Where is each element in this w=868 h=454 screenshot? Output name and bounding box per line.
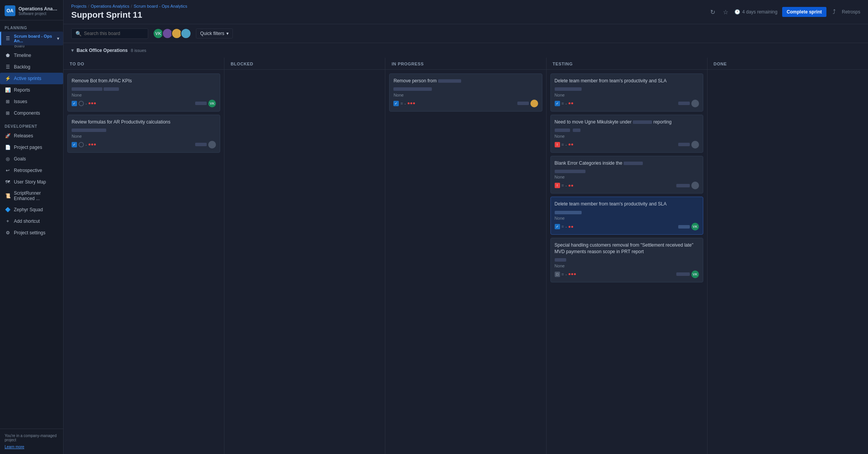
sidebar-item-project-pages[interactable]: 📄 Project pages bbox=[0, 142, 63, 153]
share-button[interactable]: ⤴ bbox=[831, 7, 837, 17]
components-icon: ⊞ bbox=[5, 110, 11, 116]
sidebar-item-retrospective[interactable]: ↩ Retrospective bbox=[0, 165, 63, 176]
search-input[interactable] bbox=[84, 31, 138, 36]
card-label: None bbox=[555, 175, 699, 179]
card-special-handling[interactable]: Special handling customers removal from … bbox=[550, 238, 703, 282]
sidebar-item-backlog[interactable]: ☰ Backlog bbox=[0, 61, 63, 73]
card-id-redacted bbox=[517, 102, 529, 105]
sidebar-item-goals[interactable]: ◎ Goals bbox=[0, 153, 63, 165]
card-id-redacted bbox=[195, 143, 207, 146]
sidebar-item-label: User Story Map bbox=[14, 179, 46, 185]
sidebar-item-label: Timeline bbox=[14, 53, 31, 58]
dot-2 bbox=[571, 144, 573, 145]
sidebar-item-issues[interactable]: ⊞ Issues bbox=[0, 96, 63, 107]
dot-1 bbox=[569, 102, 570, 104]
sidebar-item-label: Project pages bbox=[14, 145, 42, 150]
sidebar-item-label: Issues bbox=[14, 99, 27, 104]
sidebar-item-zephyr-squad[interactable]: 🔷 Zephyr Squad bbox=[0, 204, 63, 215]
sidebar-item-releases[interactable]: 🚀 Releases bbox=[0, 130, 63, 142]
column-header-in-progress: IN PROGRESS bbox=[385, 58, 546, 70]
project-type: Software project bbox=[18, 12, 59, 16]
card-priority-dots bbox=[569, 226, 573, 228]
redacted-text bbox=[633, 120, 652, 124]
card-title: Review formulas for AR Productivity calc… bbox=[72, 119, 216, 125]
project-settings-icon: ⚙ bbox=[5, 230, 11, 236]
card-footer: ! = - bbox=[555, 182, 699, 189]
sidebar-item-label: Components bbox=[14, 110, 40, 116]
dot-2 bbox=[91, 144, 93, 145]
avatar-group: VK bbox=[153, 28, 191, 39]
group-count: 8 issues bbox=[131, 48, 146, 53]
breadcrumb: Projects / Operations Analytics / Scrum … bbox=[71, 4, 187, 8]
column-header-todo: TO DO bbox=[64, 58, 224, 70]
card-remove-person[interactable]: Remove person from None ✓ = - bbox=[389, 73, 542, 112]
quick-filters-button[interactable]: Quick filters ▾ bbox=[196, 28, 233, 38]
card-remove-bot[interactable]: Remove Bot from APAC KPIs None ✓ - bbox=[67, 73, 220, 112]
retro-button[interactable]: Retrosps bbox=[842, 9, 860, 15]
sidebar-item-scriptrunner[interactable]: 📜 ScriptRunner Enhanced ... bbox=[0, 188, 63, 204]
dot-1 bbox=[89, 102, 90, 104]
breadcrumb-operations-analytics[interactable]: Operations Analytics bbox=[91, 4, 129, 8]
column-body-todo: Remove Bot from APAC KPIs None ✓ - bbox=[64, 70, 224, 454]
active-sprints-icon: ⚡ bbox=[5, 75, 11, 82]
card-footer: ✓ = - VK bbox=[555, 223, 699, 230]
card-id-redacted bbox=[195, 102, 207, 105]
card-priority-dots bbox=[569, 144, 573, 145]
sidebar-item-label: Add shortcut bbox=[14, 219, 40, 224]
avatar-4[interactable] bbox=[181, 28, 191, 39]
development-section-label: DEVELOPMENT bbox=[0, 119, 63, 130]
card-eq: = bbox=[562, 142, 564, 147]
breadcrumb-scrum-board[interactable]: Scrum board - Ops Analytics bbox=[134, 4, 187, 8]
complete-sprint-button[interactable]: Complete sprint bbox=[782, 7, 826, 17]
column-body-in-progress: Remove person from None ✓ = - bbox=[385, 70, 546, 454]
card-id-redacted bbox=[676, 184, 690, 187]
card-move-ugne[interactable]: Need to move Ugne Mikulskyte under repor… bbox=[550, 115, 703, 153]
card-review-formulas[interactable]: Review formulas for AR Productivity calc… bbox=[67, 115, 220, 153]
sprint-board: ▾ Back Office Operations 8 issues TO DO … bbox=[64, 43, 868, 454]
card-avatar bbox=[691, 100, 699, 107]
sidebar-item-add-shortcut[interactable]: + Add shortcut bbox=[0, 215, 63, 227]
card-eq: = bbox=[562, 224, 564, 229]
search-box[interactable]: 🔍 bbox=[71, 28, 148, 39]
redacted-text bbox=[555, 170, 585, 173]
sidebar-item-project-settings[interactable]: ⚙ Project settings bbox=[0, 227, 63, 239]
refresh-button[interactable]: ↻ bbox=[709, 7, 717, 17]
card-priority-icon: ! bbox=[555, 142, 560, 147]
card-priority-dots bbox=[408, 102, 415, 104]
card-check-icon: ✓ bbox=[393, 101, 399, 106]
card-title: Need to move Ugne Mikulskyte under repor… bbox=[555, 119, 699, 125]
card-label: None bbox=[72, 93, 216, 97]
redacted-text bbox=[573, 129, 580, 132]
sidebar-item-timeline[interactable]: ⬟ Timeline bbox=[0, 50, 63, 61]
column-body-blocked bbox=[224, 70, 385, 454]
sidebar-item-reports[interactable]: 📊 Reports bbox=[0, 84, 63, 96]
sidebar-item-label: Goals bbox=[14, 156, 26, 162]
card-priority-dots bbox=[569, 185, 573, 187]
dot-1 bbox=[89, 144, 90, 145]
clock-icon: 🕐 bbox=[734, 9, 740, 15]
card-delete-team-member-1[interactable]: Delete team member from team's productiv… bbox=[550, 73, 703, 112]
card-circle-icon bbox=[79, 142, 84, 147]
breadcrumb-sep1: / bbox=[88, 4, 89, 8]
sidebar-item-label: Retrospective bbox=[14, 168, 42, 173]
star-button[interactable]: ☆ bbox=[721, 7, 730, 17]
group-toggle[interactable]: ▾ bbox=[71, 48, 74, 53]
column-done: DONE bbox=[707, 58, 868, 454]
card-dash: - bbox=[85, 101, 87, 106]
scrum-board-label: Scrum board - Ops An... bbox=[14, 34, 54, 43]
breadcrumb-projects[interactable]: Projects bbox=[71, 4, 87, 8]
card-priority-dots bbox=[569, 102, 573, 104]
learn-more-link[interactable]: Learn more bbox=[5, 445, 24, 449]
sidebar-item-active-sprints[interactable]: ⚡ Active sprints bbox=[0, 73, 63, 84]
sidebar-item-scrum-board[interactable]: ☰ Scrum board - Ops An... ▾ bbox=[0, 32, 63, 45]
releases-icon: 🚀 bbox=[5, 133, 11, 139]
retrospective-icon: ↩ bbox=[5, 167, 11, 174]
company-notice: You're in a company-managed project bbox=[5, 434, 59, 442]
sidebar-project-header[interactable]: OA Operations Analytics Software project bbox=[0, 0, 63, 20]
card-circle-icon bbox=[79, 101, 84, 106]
sidebar-item-user-story-map[interactable]: 🗺 User Story Map bbox=[0, 176, 63, 188]
card-delete-team-member-2[interactable]: Delete team member from team's productiv… bbox=[550, 197, 703, 235]
sidebar-item-components[interactable]: ⊞ Components bbox=[0, 107, 63, 119]
card-blank-error[interactable]: Blank Error Categories inside the None !… bbox=[550, 156, 703, 194]
page-header: Projects / Operations Analytics / Scrum … bbox=[64, 0, 868, 24]
